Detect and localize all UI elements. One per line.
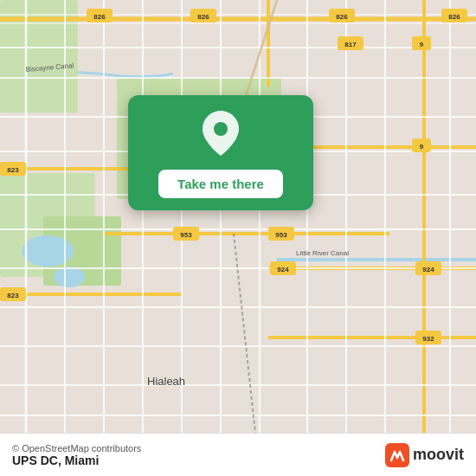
- moovit-logo: moovit: [385, 443, 464, 467]
- popup-card: Take me there: [128, 95, 313, 210]
- svg-text:9: 9: [420, 143, 424, 151]
- svg-point-5: [54, 267, 85, 287]
- svg-text:826: 826: [93, 13, 106, 21]
- moovit-icon: [385, 443, 409, 467]
- svg-text:823: 823: [7, 166, 19, 174]
- svg-text:826: 826: [448, 13, 460, 21]
- place-name: UPS DC, Miami: [12, 453, 141, 467]
- take-me-there-button[interactable]: Take me there: [158, 170, 283, 198]
- bottom-bar: © OpenStreetMap contributors UPS DC, Mia…: [0, 433, 476, 476]
- attribution-text: © OpenStreetMap contributors: [12, 443, 141, 453]
- svg-text:953: 953: [275, 231, 287, 239]
- svg-point-75: [214, 122, 228, 136]
- svg-text:9: 9: [420, 41, 424, 48]
- location-pin-icon: [198, 111, 243, 156]
- svg-text:Little River  Canal: Little River Canal: [296, 249, 349, 257]
- svg-text:817: 817: [344, 41, 357, 48]
- map-container: 826 826 826 826 817 9 9 916 823 823 924 …: [0, 0, 476, 433]
- bottom-left-section: © OpenStreetMap contributors UPS DC, Mia…: [12, 443, 141, 467]
- svg-text:826: 826: [197, 13, 209, 21]
- svg-text:924: 924: [277, 266, 289, 273]
- svg-text:924: 924: [422, 266, 434, 273]
- map-svg: 826 826 826 826 817 9 9 916 823 823 924 …: [0, 0, 476, 433]
- svg-text:953: 953: [180, 231, 192, 239]
- svg-text:932: 932: [422, 335, 434, 343]
- moovit-text: moovit: [413, 446, 464, 464]
- svg-text:Hialeah: Hialeah: [147, 375, 185, 388]
- svg-text:826: 826: [336, 13, 348, 21]
- svg-text:823: 823: [7, 292, 19, 299]
